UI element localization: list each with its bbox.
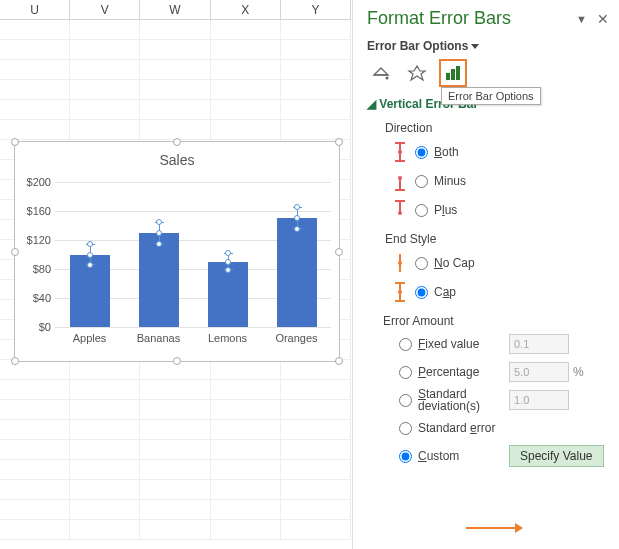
error-amount-heading: Error Amount bbox=[383, 314, 609, 328]
svg-point-8 bbox=[398, 150, 402, 154]
svg-point-11 bbox=[398, 176, 402, 180]
svg-point-16 bbox=[398, 261, 402, 265]
direction-plus-radio[interactable] bbox=[415, 204, 428, 217]
direction-minus-label: Minus bbox=[434, 174, 466, 188]
endstyle-cap-label: Cap bbox=[434, 285, 456, 299]
chevron-down-icon[interactable]: ▼ bbox=[576, 13, 587, 25]
svg-rect-4 bbox=[456, 66, 460, 80]
col-header-v[interactable]: V bbox=[70, 0, 140, 19]
amount-fixed-label: Fixed value bbox=[418, 337, 479, 351]
bar-chart-icon[interactable] bbox=[439, 59, 467, 87]
direction-both-label: Both bbox=[434, 145, 459, 159]
caret-icon[interactable]: ◢ bbox=[367, 97, 376, 111]
col-header-w[interactable]: W bbox=[140, 0, 210, 19]
resize-handle[interactable] bbox=[11, 248, 19, 256]
endstyle-cap-radio[interactable] bbox=[415, 286, 428, 299]
col-header-x[interactable]: X bbox=[211, 0, 281, 19]
amount-custom-radio[interactable] bbox=[399, 450, 412, 463]
error-bar-options-dropdown[interactable]: Error Bar Options bbox=[367, 39, 609, 53]
svg-marker-1 bbox=[409, 66, 425, 80]
direction-heading: Direction bbox=[385, 121, 609, 135]
resize-handle[interactable] bbox=[335, 248, 343, 256]
close-icon[interactable]: ✕ bbox=[597, 11, 609, 27]
endstyle-nocap-label: No Cap bbox=[434, 256, 475, 270]
chart-plot-area[interactable]: $0$40$80$120$160$200 bbox=[55, 182, 331, 327]
minus-icon bbox=[385, 170, 415, 192]
direction-both-radio[interactable] bbox=[415, 146, 428, 159]
chart-container[interactable]: Sales $0$40$80$120$160$200 ApplesBananas… bbox=[14, 141, 340, 362]
tooltip: Error Bar Options bbox=[441, 87, 541, 105]
amount-percentage-label: Percentage bbox=[418, 365, 479, 379]
amount-stddev-radio[interactable] bbox=[399, 394, 412, 407]
fixed-value-input[interactable] bbox=[509, 334, 569, 354]
amount-fixed-radio[interactable] bbox=[399, 338, 412, 351]
panel-title: Format Error Bars bbox=[367, 8, 511, 29]
endstyle-heading: End Style bbox=[385, 232, 609, 246]
resize-handle[interactable] bbox=[11, 138, 19, 146]
resize-handle[interactable] bbox=[173, 138, 181, 146]
svg-rect-3 bbox=[451, 69, 455, 80]
chevron-down-icon bbox=[471, 44, 479, 49]
specify-value-button[interactable]: Specify Value bbox=[509, 445, 604, 467]
nocap-icon bbox=[385, 252, 415, 274]
resize-handle[interactable] bbox=[11, 357, 19, 365]
svg-point-0 bbox=[386, 77, 389, 80]
chart-title[interactable]: Sales bbox=[15, 152, 339, 168]
amount-stddev-label: Standarddeviation(s) bbox=[418, 388, 480, 412]
direction-minus-radio[interactable] bbox=[415, 175, 428, 188]
plus-icon bbox=[385, 199, 415, 221]
both-icon bbox=[385, 141, 415, 163]
svg-point-14 bbox=[398, 211, 402, 215]
stddev-input[interactable] bbox=[509, 390, 569, 410]
annotation-arrow bbox=[466, 527, 522, 529]
error-bar-options-label: Error Bar Options bbox=[367, 39, 468, 53]
amount-stderr-label: Standard error bbox=[418, 421, 495, 435]
col-header-u[interactable]: U bbox=[0, 0, 70, 19]
amount-custom-label: Custom bbox=[418, 449, 459, 463]
percent-sign: % bbox=[573, 365, 584, 379]
format-error-bars-panel: Format Error Bars ▼ ✕ Error Bar Options … bbox=[352, 0, 619, 549]
percentage-input[interactable] bbox=[509, 362, 569, 382]
amount-stderr-radio[interactable] bbox=[399, 422, 412, 435]
col-header-y[interactable]: Y bbox=[281, 0, 351, 19]
x-axis-labels: ApplesBananasLemonsOranges bbox=[55, 332, 331, 344]
resize-handle[interactable] bbox=[335, 357, 343, 365]
cap-icon bbox=[385, 281, 415, 303]
column-headers[interactable]: U V W X Y bbox=[0, 0, 351, 20]
endstyle-nocap-radio[interactable] bbox=[415, 257, 428, 270]
svg-point-20 bbox=[398, 290, 402, 294]
resize-handle[interactable] bbox=[173, 357, 181, 365]
effects-icon[interactable] bbox=[403, 59, 431, 87]
svg-rect-2 bbox=[446, 73, 450, 80]
direction-plus-label: Plus bbox=[434, 203, 457, 217]
fill-icon[interactable] bbox=[367, 59, 395, 87]
amount-percentage-radio[interactable] bbox=[399, 366, 412, 379]
resize-handle[interactable] bbox=[335, 138, 343, 146]
